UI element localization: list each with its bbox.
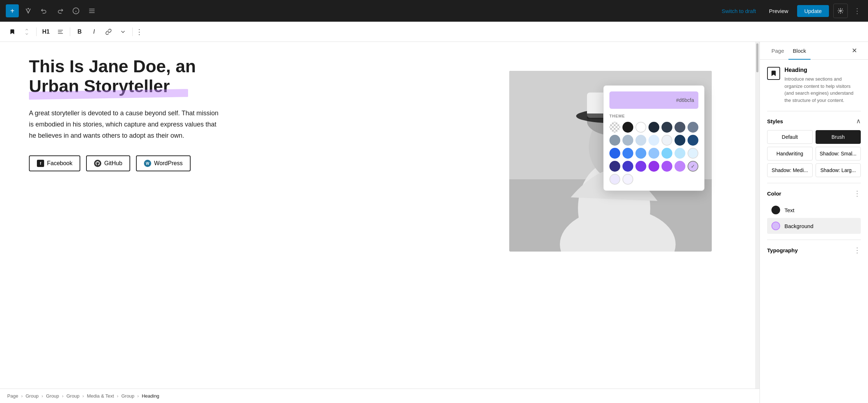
github-button[interactable]: GitHub (86, 155, 130, 171)
more-formatting-dropdown[interactable] (116, 25, 129, 38)
color-swatch-sky-lightest[interactable] (688, 148, 698, 159)
style-shadow-small-button[interactable]: Shadow: Smal... (816, 147, 861, 160)
color-swatch-indigo[interactable] (622, 161, 633, 172)
color-swatch-slate[interactable] (675, 122, 685, 133)
tab-page[interactable]: Page (767, 42, 788, 60)
color-swatch-blue-medium[interactable] (622, 148, 633, 159)
color-swatch-white[interactable] (635, 122, 646, 133)
text-align-icon[interactable] (54, 25, 67, 38)
color-swatch-gray3[interactable] (622, 135, 633, 146)
bold-button[interactable]: B (73, 25, 86, 38)
top-toolbar: + Switch to draft Preview Update ⋮ (0, 0, 868, 22)
sidebar-tabs: Page Block ✕ (760, 42, 868, 60)
color-row-text[interactable]: Text (767, 202, 861, 218)
add-block-button[interactable]: + (6, 4, 19, 17)
facebook-icon: f (37, 160, 44, 167)
color-swatch-gray4[interactable] (635, 135, 646, 146)
switch-to-draft-button[interactable]: Switch to draft (717, 6, 760, 16)
svg-point-0 (27, 8, 29, 9)
scrollbar-thumb[interactable] (756, 43, 758, 72)
style-handwriting-button[interactable]: Handwriting (767, 147, 813, 160)
color-swatch-purple-medium[interactable] (648, 161, 659, 172)
scrollbar[interactable] (755, 42, 760, 403)
github-icon (94, 160, 101, 167)
update-button[interactable]: Update (797, 5, 829, 17)
color-swatch-purple-light[interactable] (675, 161, 685, 172)
redo-button[interactable] (54, 4, 67, 17)
color-swatch-dark-navy[interactable] (648, 122, 659, 133)
color-swatch-near-white[interactable] (661, 135, 672, 146)
color-swatch-blue[interactable] (609, 148, 620, 159)
styles-collapse-button[interactable]: ∧ (856, 117, 861, 125)
info-button[interactable] (69, 4, 82, 17)
settings-button[interactable] (833, 4, 848, 18)
background-color-label: Background (784, 223, 813, 229)
block-description: Introduce new sections and organize cont… (784, 76, 861, 104)
color-swatch-gray1[interactable] (688, 122, 698, 133)
color-section-menu[interactable]: ⋮ (854, 189, 861, 198)
background-color-swatch (771, 222, 780, 230)
heading-line2: Urban Storyteller (29, 76, 224, 96)
color-swatch-gray5[interactable] (648, 135, 659, 146)
color-row-background[interactable]: Background (767, 218, 861, 234)
color-swatch-blue-light[interactable] (635, 148, 646, 159)
breadcrumb-heading[interactable]: Heading (142, 393, 159, 399)
undo-button[interactable] (38, 4, 51, 17)
main-heading[interactable]: This Is Jane Doe, an Urban Storyteller (29, 56, 224, 96)
typography-section-menu[interactable]: ⋮ (854, 246, 861, 254)
more-block-options[interactable]: ⋮ (136, 27, 143, 36)
style-default-button[interactable]: Default (767, 130, 813, 144)
breadcrumb-group-3[interactable]: Group (67, 393, 80, 399)
color-swatch-indigo-dark[interactable] (609, 161, 620, 172)
breadcrumb-page[interactable]: Page (7, 393, 18, 399)
color-swatch-dark-blue[interactable] (675, 135, 685, 146)
color-swatch-blue-dark[interactable] (688, 135, 698, 146)
heading-line1: This Is Jane Doe, an (29, 57, 196, 76)
breadcrumb-sep-1: › (21, 393, 22, 399)
italic-button[interactable]: I (88, 25, 101, 38)
style-brush-button[interactable]: Brush (816, 130, 861, 144)
move-up-down[interactable] (20, 25, 33, 38)
tools-icon[interactable] (22, 4, 35, 17)
color-swatch-sky-light[interactable] (661, 148, 672, 159)
social-buttons-group: f Facebook GitHub W WordPress (29, 155, 224, 171)
color-swatch-transparent[interactable] (609, 122, 620, 133)
style-buttons-grid: Default Brush Handwriting Shadow: Smal..… (767, 130, 861, 177)
main-layout: This Is Jane Doe, an Urban Storyteller A… (0, 42, 868, 403)
color-section: Color ⋮ Text Background (767, 189, 861, 234)
preview-button[interactable]: Preview (765, 6, 792, 16)
more-options-button[interactable]: ⋮ (852, 5, 862, 17)
breadcrumb-media-text[interactable]: Media & Text (87, 393, 114, 399)
color-swatch-sky-lighter[interactable] (675, 148, 685, 159)
typography-section[interactable]: Typography ⋮ (767, 240, 861, 260)
breadcrumb-sep-2: › (42, 393, 43, 399)
breadcrumb-group-2[interactable]: Group (46, 393, 59, 399)
color-swatch-navy[interactable] (661, 122, 672, 133)
typography-section-title: Typography (767, 247, 798, 253)
wordpress-button[interactable]: W WordPress (136, 155, 191, 171)
tab-block[interactable]: Block (788, 42, 810, 60)
breadcrumb-group-1[interactable]: Group (26, 393, 39, 399)
link-button[interactable] (102, 25, 115, 38)
breadcrumb-group-4[interactable]: Group (121, 393, 134, 399)
color-swatch-blue-lighter[interactable] (648, 148, 659, 159)
color-preview-bar[interactable]: #d6bcfa (609, 91, 698, 109)
sidebar-close-button[interactable]: ✕ (848, 44, 861, 57)
list-view-button[interactable] (85, 4, 98, 17)
color-swatch-purple[interactable] (661, 161, 672, 172)
block-icon (767, 67, 780, 80)
color-swatch-black[interactable] (622, 122, 633, 133)
facebook-button[interactable]: f Facebook (29, 155, 80, 171)
heading-level-selector[interactable]: H1 (39, 25, 52, 38)
color-section-header: Color ⋮ (767, 189, 861, 198)
bookmark-icon[interactable] (6, 25, 19, 38)
color-swatch-lavender[interactable] (609, 174, 620, 185)
style-shadow-medium-button[interactable]: Shadow: Medi... (767, 163, 813, 177)
style-shadow-large-button[interactable]: Shadow: Larg... (816, 163, 861, 177)
color-swatch-selected[interactable] (688, 161, 698, 172)
color-swatch-gray2[interactable] (609, 135, 620, 146)
color-section-label: THEME (609, 114, 698, 118)
color-swatch-white2[interactable] (622, 174, 633, 185)
text-color-label: Text (784, 207, 795, 213)
color-swatch-violet[interactable] (635, 161, 646, 172)
